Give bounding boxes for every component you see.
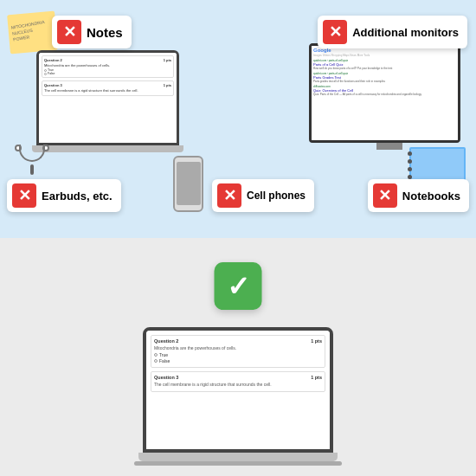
notes-label: Notes [87,25,123,40]
check-icon: ✓ [227,273,250,300]
laptop-image-top: Question 21 pts Mitochondria are the pow… [36,50,183,163]
earbuds-label: Earbuds, etc. [42,190,113,203]
q3-label: Question 3 [154,375,178,380]
q2-opt2: False [159,358,170,363]
q2-opt1: True [159,352,168,357]
q3-text: The cell membrane is a rigid structure t… [154,382,322,387]
bottom-section: ✓ Question 2 1 pts Mitochondria are the … [0,238,476,476]
notebooks-label: Notebooks [402,190,460,203]
monitors-badge: ✕ Additional monitors [318,16,467,48]
notes-x-icon: ✕ [57,20,81,44]
laptop-image-bottom: Question 2 1 pts Mitochondria are the po… [143,327,333,466]
monitors-x-icon: ✕ [323,20,347,44]
q2-label: Question 2 [154,338,178,344]
q2-pts: 1 pts [311,338,322,344]
earbuds-image [10,145,58,179]
phones-label: Cell phones [247,190,306,202]
green-check-badge: ✓ [215,262,262,310]
top-section: MITOCHONDRIANUCLEUSPOWER ✕ Notes ✕ Addit… [0,0,476,238]
q3-pts: 1 pts [311,375,322,380]
phone-image [173,156,203,212]
notebooks-badge: ✕ Notebooks [368,179,469,212]
earbuds-x-icon: ✕ [12,183,36,208]
q2-text: Mitochondria are the powerhouses of cell… [154,345,322,351]
notes-badge: ✕ Notes [52,16,132,48]
monitors-label: Additional monitors [352,26,459,39]
notebooks-x-icon: ✕ [373,183,397,208]
earbuds-badge: ✕ Earbuds, etc. [7,179,121,212]
phones-x-icon: ✕ [217,183,241,208]
phones-badge: ✕ Cell phones [212,179,314,212]
